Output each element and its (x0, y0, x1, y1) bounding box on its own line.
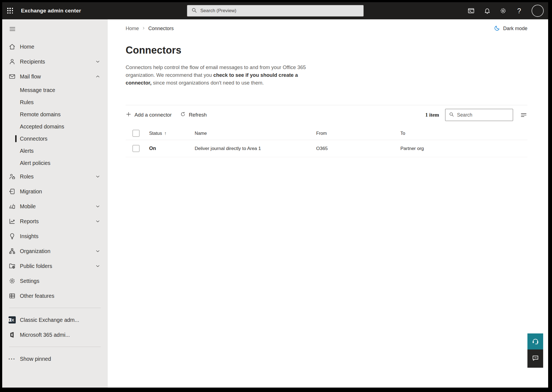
connector-from: O365 (316, 146, 400, 151)
gear-icon (8, 277, 16, 285)
powershell-terminal-icon[interactable] (468, 7, 475, 14)
row-checkbox[interactable] (133, 145, 139, 152)
moon-icon (494, 25, 500, 32)
top-bar: Exchange admin center ? (2, 2, 548, 19)
sidebar-item-roles[interactable]: Roles (2, 169, 108, 184)
exchange-logo-icon: X E (8, 316, 16, 324)
breadcrumb-current: Connectors (148, 26, 174, 31)
chevron-down-icon (95, 263, 101, 269)
settings-gear-icon[interactable] (500, 7, 507, 14)
command-bar: Add a connector Refresh 1 item (126, 105, 527, 125)
sidebar-item-other-features[interactable]: Other features (2, 288, 108, 303)
sidebar-item-insights[interactable]: Insights (2, 229, 108, 244)
chevron-down-icon (95, 219, 101, 224)
sidebar-item-show-pinned[interactable]: ··· Show pinned (2, 351, 108, 366)
breadcrumb-home-link[interactable]: Home (126, 26, 139, 31)
mobile-icon (8, 203, 16, 210)
app-title: Exchange admin center (21, 8, 81, 14)
sidebar-item-microsoft-365-admin[interactable]: Microsoft 365 admi... (2, 327, 108, 342)
sidebar-item-rules[interactable]: Rules (2, 96, 108, 108)
sidebar-divider (9, 308, 101, 308)
org-chart-icon (8, 248, 16, 255)
home-icon (8, 43, 16, 51)
chevron-down-icon (95, 174, 101, 179)
sidebar-divider (9, 347, 101, 347)
page-title: Connectors (126, 44, 527, 56)
sidebar-item-connectors[interactable]: Connectors (2, 133, 108, 145)
sidebar-item-accepted-domains[interactable]: Accepted domains (2, 120, 108, 133)
page-description: Connectors help control the flow of emai… (126, 64, 312, 87)
connector-status: On (149, 146, 195, 151)
sidebar-item-alerts[interactable]: Alerts (2, 145, 108, 157)
app-window: Exchange admin center ? (2, 2, 548, 388)
refresh-icon (180, 111, 186, 119)
sidebar-item-mail-flow[interactable]: Mail flow (2, 69, 108, 84)
connectors-table: Status ↑ Name From To On Deliver journal… (126, 127, 527, 157)
hamburger-menu-icon[interactable] (9, 25, 16, 33)
refresh-button[interactable]: Refresh (180, 111, 207, 119)
sidebar-nav: Home Recipients Mail flow (2, 19, 108, 388)
migration-icon (8, 188, 16, 195)
chevron-right-icon (142, 26, 146, 31)
search-icon (449, 112, 454, 118)
column-header-to[interactable]: To (400, 131, 527, 136)
list-search-input[interactable] (457, 112, 509, 118)
reports-icon (8, 218, 16, 225)
person-icon (8, 58, 16, 65)
support-button[interactable] (527, 333, 543, 349)
feedback-chat-icon (531, 354, 540, 363)
connector-name[interactable]: Deliver journal directly to Area 1 (195, 146, 316, 151)
add-connector-button[interactable]: Add a connector (126, 111, 172, 119)
sidebar-item-mobile[interactable]: Mobile (2, 199, 108, 214)
chevron-down-icon (95, 248, 101, 254)
person-roles-icon (8, 173, 16, 180)
sidebar-item-message-trace[interactable]: Message trace (2, 84, 108, 96)
main-content: Home Connectors Dark mode Connectors Con… (108, 19, 548, 388)
floating-help-buttons (527, 333, 543, 368)
connector-to: Partner org (400, 146, 527, 151)
list-search-box[interactable] (445, 109, 513, 121)
table-row[interactable]: On Deliver journal directly to Area 1 O3… (126, 140, 527, 157)
global-search-input[interactable] (200, 8, 360, 14)
chevron-up-icon (95, 74, 101, 79)
sidebar-item-organization[interactable]: Organization (2, 244, 108, 259)
sidebar-item-settings[interactable]: Settings (2, 273, 108, 288)
sidebar-item-home[interactable]: Home (2, 39, 108, 54)
search-icon (191, 7, 197, 14)
microsoft-365-logo-icon (8, 331, 16, 339)
lightbulb-icon (8, 233, 16, 240)
column-header-name[interactable]: Name (195, 131, 316, 136)
item-count: 1 item (425, 112, 439, 118)
select-all-checkbox[interactable] (133, 130, 139, 137)
sidebar-item-alert-policies[interactable]: Alert policies (2, 157, 108, 169)
topbar-actions: ? (468, 5, 544, 17)
sidebar-item-public-folders[interactable]: Public folders (2, 259, 108, 273)
plus-icon (126, 111, 131, 119)
sidebar-item-recipients[interactable]: Recipients (2, 54, 108, 69)
feedback-button[interactable] (527, 349, 543, 368)
sidebar-item-migration[interactable]: Migration (2, 184, 108, 199)
grid-table-icon (8, 292, 16, 300)
ellipsis-icon: ··· (8, 355, 16, 363)
global-search-box[interactable] (187, 5, 364, 17)
app-launcher-waffle-icon[interactable] (7, 7, 14, 14)
filter-icon[interactable] (520, 111, 527, 119)
selected-indicator (15, 135, 17, 142)
chevron-down-icon (95, 204, 101, 209)
sidebar-item-remote-domains[interactable]: Remote domains (2, 108, 108, 120)
sort-ascending-icon: ↑ (164, 131, 167, 136)
mail-icon (8, 73, 16, 80)
column-header-status[interactable]: Status ↑ (149, 131, 195, 136)
sidebar-item-classic-exchange-admin[interactable]: X E Classic Exchange adm... (2, 312, 108, 327)
folder-globe-icon (8, 262, 16, 270)
dark-mode-toggle[interactable]: Dark mode (494, 25, 527, 32)
help-icon[interactable]: ? (516, 7, 523, 14)
headset-icon (531, 337, 540, 346)
table-header-row: Status ↑ Name From To (126, 127, 527, 140)
breadcrumb: Home Connectors (126, 26, 174, 31)
account-avatar[interactable] (532, 5, 544, 17)
sidebar-item-reports[interactable]: Reports (2, 214, 108, 229)
column-header-from[interactable]: From (316, 131, 400, 136)
dark-mode-label: Dark mode (503, 26, 527, 31)
notifications-bell-icon[interactable] (484, 7, 491, 14)
